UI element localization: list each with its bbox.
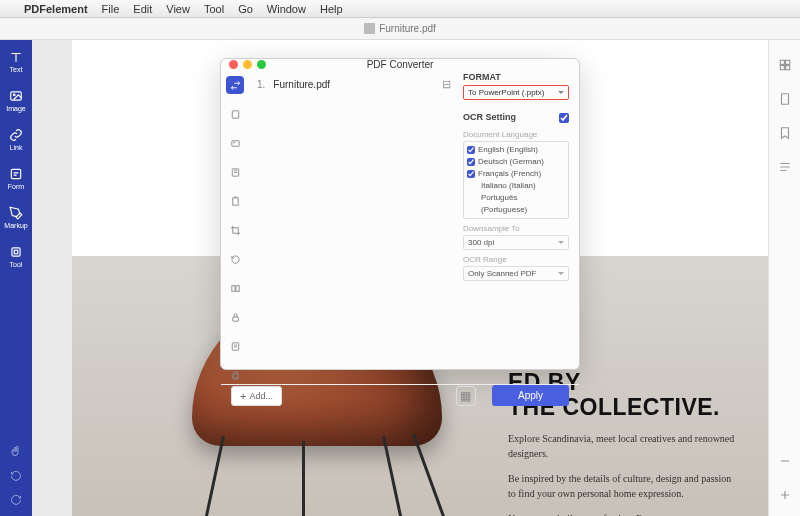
document-title: Furniture.pdf	[379, 23, 436, 34]
apply-button[interactable]: Apply	[492, 385, 569, 406]
menu-help[interactable]: Help	[320, 3, 343, 15]
word-icon[interactable]	[226, 105, 244, 123]
text-tool[interactable]: Text	[4, 50, 28, 73]
link-tool[interactable]: Link	[4, 128, 28, 151]
menubar: PDFelement File Edit View Tool Go Window…	[0, 0, 800, 18]
left-sidebar: Text Image Link Form Markup Tool	[0, 40, 32, 516]
dialog-titlebar[interactable]: PDF Converter	[221, 59, 579, 70]
secure-icon[interactable]	[226, 308, 244, 326]
svg-rect-3	[12, 248, 20, 256]
lang-german[interactable]	[467, 158, 475, 166]
format-select[interactable]: To PowerPoint (.pptx)	[463, 85, 569, 100]
dialog-title: PDF Converter	[367, 59, 434, 70]
menu-window[interactable]: Window	[267, 3, 306, 15]
settings-panel: FORMAT To PowerPoint (.pptx) OCR Setting…	[459, 70, 579, 384]
svg-rect-2	[11, 169, 20, 178]
lang-english[interactable]	[467, 146, 475, 154]
minus-icon[interactable]	[778, 454, 792, 468]
svg-rect-4	[14, 250, 18, 254]
svg-point-1	[13, 94, 15, 96]
svg-rect-14	[232, 197, 238, 204]
svg-rect-10	[232, 110, 238, 117]
svg-rect-11	[231, 140, 238, 146]
range-label: OCR Range	[463, 255, 569, 264]
dialog-toolbar	[221, 70, 249, 384]
lang-label: Document Language	[463, 130, 569, 139]
ocr-title: OCR Setting	[463, 112, 516, 122]
extract-icon[interactable]	[226, 192, 244, 210]
svg-rect-17	[232, 317, 238, 321]
form2-icon[interactable]	[226, 337, 244, 355]
form-tool[interactable]: Form	[4, 167, 28, 190]
svg-rect-19	[232, 374, 238, 378]
remove-file-icon[interactable]: ⊟	[442, 78, 451, 91]
add-button[interactable]: +Add...	[231, 386, 282, 406]
list-icon[interactable]	[778, 160, 792, 174]
svg-rect-6	[785, 60, 789, 64]
svg-rect-8	[785, 66, 789, 70]
hand-icon[interactable]	[10, 446, 22, 458]
format-title: FORMAT	[463, 72, 569, 82]
redo-icon[interactable]	[10, 494, 22, 506]
svg-rect-16	[235, 285, 238, 291]
print-icon[interactable]	[226, 366, 244, 384]
app-name[interactable]: PDFelement	[24, 3, 88, 15]
svg-point-12	[233, 142, 234, 143]
language-list[interactable]: English (English) Deutsch (German) Franç…	[463, 141, 569, 219]
undo-icon[interactable]	[10, 470, 22, 482]
plus-icon[interactable]	[778, 488, 792, 502]
menu-file[interactable]: File	[102, 3, 120, 15]
file-row[interactable]: 1. Furniture.pdf ⊟	[257, 76, 451, 93]
downsample-select[interactable]: 300 dpi	[463, 235, 569, 250]
window-titlebar: Furniture.pdf	[0, 18, 800, 40]
split-icon[interactable]	[226, 279, 244, 297]
markup-tool[interactable]: Markup	[4, 206, 28, 229]
image-icon[interactable]	[226, 134, 244, 152]
right-sidebar	[768, 40, 800, 516]
crop-icon[interactable]	[226, 221, 244, 239]
svg-rect-15	[231, 285, 234, 291]
downsample-label: Downsample To	[463, 224, 569, 233]
rotate-icon[interactable]	[226, 250, 244, 268]
menu-edit[interactable]: Edit	[133, 3, 152, 15]
pdf-converter-dialog: PDF Converter 1. Furniture.pdf ⊟ FORMAT …	[220, 58, 580, 370]
range-select[interactable]: Only Scanned PDF	[463, 266, 569, 281]
svg-rect-7	[780, 66, 784, 70]
convert-icon[interactable]	[226, 76, 244, 94]
thumbnails-icon[interactable]	[778, 58, 792, 72]
dialog-footer: +Add... ▦ Apply	[221, 384, 579, 406]
tool-tool[interactable]: Tool	[4, 245, 28, 268]
svg-rect-5	[780, 60, 784, 64]
image-tool[interactable]: Image	[4, 89, 28, 112]
grid-view-icon[interactable]: ▦	[456, 386, 476, 406]
lang-french[interactable]	[467, 170, 475, 178]
ocr-checkbox[interactable]	[559, 113, 569, 123]
menu-go[interactable]: Go	[238, 3, 253, 15]
compress-icon[interactable]	[226, 163, 244, 181]
svg-rect-9	[781, 94, 788, 105]
zoom-icon[interactable]	[257, 60, 266, 69]
minimize-icon[interactable]	[243, 60, 252, 69]
menu-tool[interactable]: Tool	[204, 3, 224, 15]
menu-view[interactable]: View	[166, 3, 190, 15]
file-list: 1. Furniture.pdf ⊟	[249, 70, 459, 384]
bookmark-icon[interactable]	[778, 126, 792, 140]
close-icon[interactable]	[229, 60, 238, 69]
page-icon[interactable]	[778, 92, 792, 106]
document-icon	[364, 23, 375, 34]
